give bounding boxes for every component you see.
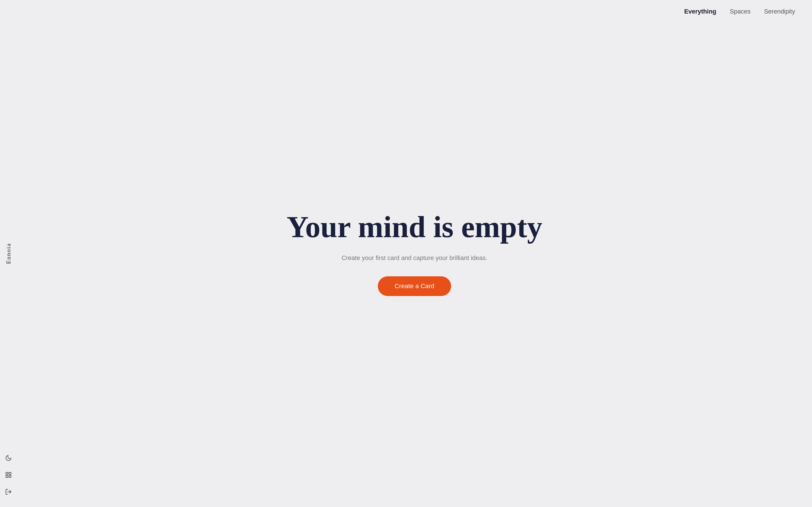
brand-sidebar: Eunoia [0,0,17,507]
nav-item-serendipity[interactable]: Serendipity [764,8,795,15]
nav-item-spaces[interactable]: Spaces [730,8,751,15]
svg-rect-3 [9,475,11,477]
svg-rect-0 [6,472,8,474]
sidebar-bottom [0,454,17,507]
top-nav: Everything Spaces Serendipity [667,0,812,23]
hero-title: Your mind is empty [287,211,542,243]
main-content: Your mind is empty Create your first car… [0,0,812,507]
logout-icon[interactable] [4,488,12,496]
hero-subtitle: Create your first card and capture your … [342,255,487,262]
dark-mode-icon[interactable] [4,454,12,462]
create-card-button[interactable]: Create a Card [378,276,451,296]
svg-rect-1 [9,472,11,474]
svg-rect-2 [6,475,8,477]
grid-view-icon[interactable] [4,471,12,479]
brand-name: Eunoia [5,243,12,264]
nav-item-everything[interactable]: Everything [684,8,716,15]
